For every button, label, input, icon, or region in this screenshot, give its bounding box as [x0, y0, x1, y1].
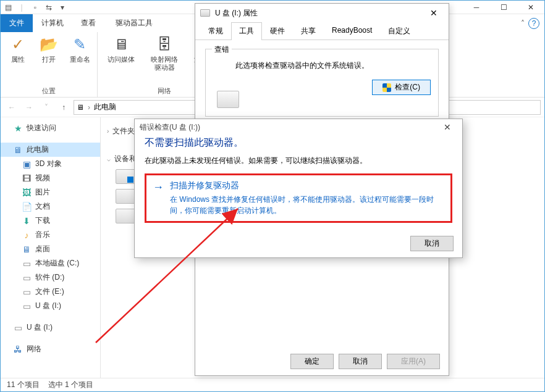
nav-pane: ★快速访问 🖥此电脑 ▣3D 对象 🎞视频 🖼图片 📄文档 ⬇下载 ♪音乐 🖥桌… [1, 117, 101, 378]
nav-network[interactable]: 🖧网络 [1, 342, 100, 356]
properties-tabs: 常规 工具 硬件 共享 ReadyBoost 自定义 [195, 22, 449, 40]
pc-icon: 🖥 [77, 103, 84, 112]
help-icon[interactable]: ? [528, 18, 539, 29]
nav-desktop[interactable]: 🖥桌面 [1, 242, 100, 256]
qat-divider: | [17, 2, 27, 12]
arrow-icon: → [153, 181, 164, 193]
nav-drive-c[interactable]: ▭本地磁盘 (C:) [1, 256, 100, 270]
error-dialog-titlebar: 错误检查(U 盘 (I:)) ✕ [135, 119, 462, 135]
tab-tools[interactable]: 工具 [231, 22, 262, 40]
drive-icon [116, 189, 135, 204]
maximize-button[interactable]: ☐ [490, 1, 517, 14]
close-button[interactable]: ✕ [517, 1, 544, 14]
nav-downloads[interactable]: ⬇下载 [1, 214, 100, 228]
check-description: 此选项将检查驱动器中的文件系统错误。 [235, 60, 431, 71]
ribbon-open[interactable]: 📂打开 [36, 35, 61, 64]
error-check-group: 查错 此选项将检查驱动器中的文件系统错误。 检查(C) [205, 49, 439, 117]
nav-pictures[interactable]: 🖼图片 [1, 185, 100, 199]
qat-item[interactable]: ⇆ [44, 2, 54, 12]
error-message: 在此驱动器上未发现任何错误。如果需要，可以继续扫描该驱动器。 [145, 156, 452, 166]
ribbon-rename[interactable]: ✎重命名 [67, 35, 92, 64]
status-bar: 11 个项目 选中 1 个项目 [1, 378, 544, 391]
cancel-button[interactable]: 取消 [339, 354, 382, 369]
qat-overflow[interactable]: ▾ [57, 2, 67, 12]
nav-drive-e[interactable]: ▭文件 (E:) [1, 285, 100, 299]
fieldset-legend: 查错 [212, 44, 232, 55]
tab-readyboost[interactable]: ReadyBoost [324, 22, 380, 40]
tab-file[interactable]: 文件 [1, 14, 33, 32]
drive-icon [116, 169, 135, 184]
option-description: 在 Windows 查找并修复任何错误时，将不能使用驱动器。该过程可能需要一段时… [170, 194, 444, 216]
drive-icon [217, 91, 239, 108]
nav-documents[interactable]: 📄文档 [1, 199, 100, 214]
properties-titlebar: U 盘 (I:) 属性 ✕ [195, 4, 449, 22]
tab-sharing[interactable]: 共享 [293, 22, 324, 40]
nav-quick-access[interactable]: ★快速访问 [1, 121, 100, 135]
nav-videos[interactable]: 🎞视频 [1, 171, 100, 185]
status-count: 11 个项目 [7, 380, 40, 390]
nav-up[interactable]: ↑ [56, 100, 71, 115]
check-button[interactable]: 检查(C) [372, 80, 431, 95]
ribbon-map-drive[interactable]: 🗄映射网络 驱动器 [146, 35, 183, 72]
nav-udisk[interactable]: ▭U 盘 (I:) [1, 320, 100, 335]
nav-drive-i[interactable]: ▭U 盘 (I:) [1, 299, 100, 313]
drive-icon [200, 9, 210, 17]
error-check-dialog: 错误检查(U 盘 (I:)) ✕ 不需要扫描此驱动器。 在此驱动器上未发现任何错… [134, 119, 463, 258]
cancel-button[interactable]: 取消 [410, 236, 454, 251]
error-heading: 不需要扫描此驱动器。 [145, 136, 452, 149]
apply-button[interactable]: 应用(A) [387, 354, 440, 369]
address-text: 此电脑 [94, 102, 116, 112]
nav-drive-d[interactable]: ▭软件 (D:) [1, 270, 100, 285]
close-button[interactable]: ✕ [437, 120, 457, 134]
nav-recent[interactable]: ˅ [39, 100, 54, 115]
ribbon-group-label: 位置 [6, 85, 92, 96]
ribbon-collapse-icon[interactable]: ˄ [521, 19, 525, 28]
drive-icon [116, 209, 135, 223]
shield-icon [382, 83, 391, 92]
properties-title: U 盘 (I:) 属性 [215, 8, 424, 19]
ribbon-media[interactable]: 🖥访问媒体 [103, 35, 140, 64]
scan-repair-option[interactable]: → 扫描并修复驱动器 在 Windows 查找并修复任何错误时，将不能使用驱动器… [145, 173, 452, 223]
nav-this-pc[interactable]: 🖥此电脑 [1, 143, 100, 157]
tab-computer[interactable]: 计算机 [33, 14, 72, 32]
minimize-button[interactable]: ─ [463, 1, 490, 14]
tab-hardware[interactable]: 硬件 [262, 22, 293, 40]
app-icon: ▤ [3, 2, 13, 12]
nav-3d[interactable]: ▣3D 对象 [1, 157, 100, 171]
ok-button[interactable]: 确定 [290, 354, 334, 369]
option-title: 扫描并修复驱动器 [170, 180, 444, 191]
close-button[interactable]: ✕ [424, 6, 444, 20]
ribbon-group-location: ✓属性 📂打开 ✎重命名 位置 [1, 32, 98, 97]
nav-music[interactable]: ♪音乐 [1, 228, 100, 242]
tab-view[interactable]: 查看 [72, 14, 104, 32]
nav-back[interactable]: ← [4, 100, 19, 115]
status-selected: 选中 1 个项目 [48, 380, 93, 390]
ribbon-properties[interactable]: ✓属性 [6, 35, 30, 64]
nav-forward[interactable]: → [22, 100, 36, 115]
tab-drive-tools[interactable]: 驱动器工具 [107, 14, 161, 32]
tab-general[interactable]: 常规 [200, 22, 231, 40]
qat-item[interactable]: ▫ [30, 2, 40, 12]
error-dialog-title: 错误检查(U 盘 (I:)) [140, 122, 437, 133]
tab-custom[interactable]: 自定义 [380, 22, 418, 40]
